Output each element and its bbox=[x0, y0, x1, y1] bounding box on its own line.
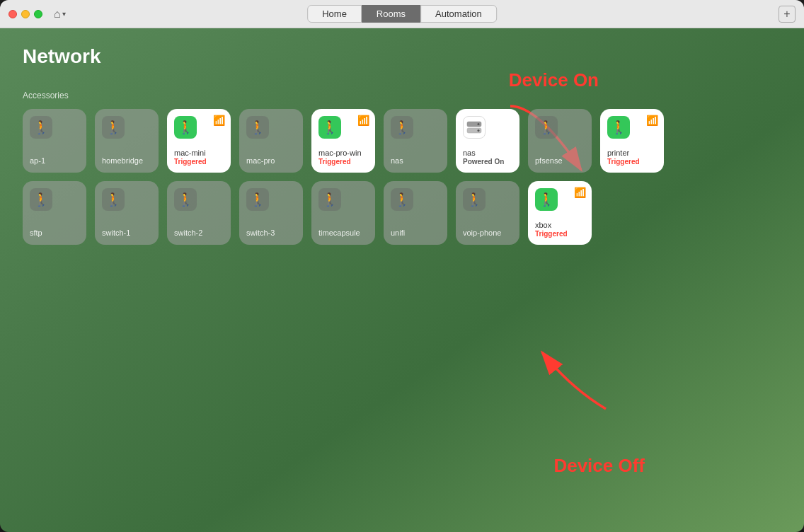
voip-phone-icon: 🚶 bbox=[463, 188, 486, 211]
tab-automation[interactable]: Automation bbox=[420, 5, 497, 23]
sftp-icon: 🚶 bbox=[30, 188, 52, 211]
home-chevron-icon: ▾ bbox=[62, 10, 66, 18]
tile-printer[interactable]: 📶 🚶 printer Triggered bbox=[600, 109, 664, 173]
signal-icon: 📶 bbox=[213, 115, 225, 126]
mac-mini-label: mac-mini bbox=[174, 149, 206, 158]
switch-2-label: switch-2 bbox=[174, 229, 202, 238]
ap-1-icon: 🚶 bbox=[30, 116, 52, 139]
person-icon: 🚶 bbox=[105, 120, 121, 135]
mac-mini-status: Triggered bbox=[174, 158, 207, 166]
timecapsule-label-group: timecapsule bbox=[318, 229, 360, 238]
tile-nas-powered-on[interactable]: nas Powered On bbox=[456, 109, 519, 173]
tab-rooms[interactable]: Rooms bbox=[362, 5, 420, 23]
add-button[interactable]: + bbox=[779, 6, 796, 23]
person-icon: 🚶 bbox=[250, 192, 265, 207]
person-icon: 🚶 bbox=[394, 120, 410, 135]
printer-label-group: printer Triggered bbox=[607, 149, 640, 166]
printer-status: Triggered bbox=[607, 158, 640, 166]
tab-home[interactable]: Home bbox=[307, 5, 362, 23]
accessories-label: Accessories bbox=[23, 91, 781, 100]
nas-powered-icon bbox=[463, 116, 486, 139]
nas-powered-label-group: nas Powered On bbox=[463, 149, 504, 166]
xbox-icon: 🚶 bbox=[535, 188, 558, 211]
voip-phone-label: voip-phone bbox=[463, 229, 501, 238]
switch-3-label-group: switch-3 bbox=[246, 229, 275, 238]
app-window: ⌂ ▾ Home Rooms Automation + Network Devi… bbox=[0, 0, 804, 532]
tile-sftp[interactable]: 🚶 sftp bbox=[23, 181, 86, 245]
nas-powered-label: nas bbox=[463, 149, 476, 158]
tile-unifi[interactable]: 🚶 unifi bbox=[384, 181, 447, 245]
tile-timecapsule[interactable]: 🚶 timecapsule bbox=[311, 181, 375, 245]
switch-3-label: switch-3 bbox=[246, 229, 275, 238]
home-icon-button[interactable]: ⌂ ▾ bbox=[54, 8, 66, 21]
voip-phone-label-group: voip-phone bbox=[463, 229, 501, 238]
minimize-button[interactable] bbox=[21, 10, 30, 18]
content-area: Network Device On Device Off bbox=[0, 28, 804, 532]
unifi-label-group: unifi bbox=[391, 229, 405, 238]
tile-mac-pro-win[interactable]: 📶 🚶 mac-pro-win Triggered bbox=[311, 109, 375, 173]
maximize-button[interactable] bbox=[34, 10, 42, 18]
person-icon: 🚶 bbox=[394, 192, 410, 207]
tile-ap-1[interactable]: 🚶 ap-1 bbox=[23, 109, 86, 173]
switch-1-label-group: switch-1 bbox=[102, 229, 130, 238]
tile-mac-pro[interactable]: 🚶 mac-pro bbox=[239, 109, 303, 173]
ap-1-label: ap-1 bbox=[30, 156, 45, 166]
tile-homebridge[interactable]: 🚶 homebridge bbox=[95, 109, 159, 173]
signal-icon: 📶 bbox=[357, 115, 369, 126]
person-icon: 🚶 bbox=[33, 192, 49, 207]
traffic-lights bbox=[8, 10, 42, 18]
unifi-label: unifi bbox=[391, 229, 405, 238]
switch-2-label-group: switch-2 bbox=[174, 229, 202, 238]
person-icon: 🚶 bbox=[33, 120, 49, 135]
tile-switch-3[interactable]: 🚶 switch-3 bbox=[239, 181, 303, 245]
ap-1-label-group: ap-1 bbox=[30, 156, 45, 166]
room-title: Network bbox=[23, 45, 781, 68]
person-icon: 🚶 bbox=[178, 120, 193, 135]
device-on-label: Device On bbox=[509, 69, 599, 91]
person-icon: 🚶 bbox=[466, 192, 482, 207]
printer-label: printer bbox=[607, 149, 629, 158]
home-icon: ⌂ bbox=[54, 8, 61, 21]
switch-1-icon: 🚶 bbox=[102, 188, 125, 211]
switch-1-label: switch-1 bbox=[102, 229, 130, 238]
homebridge-label-group: homebridge bbox=[102, 156, 143, 166]
tile-voip-phone[interactable]: 🚶 voip-phone bbox=[456, 181, 519, 245]
person-icon: 🚶 bbox=[322, 120, 338, 135]
tile-xbox[interactable]: 📶 🚶 xbox Triggered bbox=[528, 181, 592, 245]
nas-off-icon: 🚶 bbox=[391, 116, 413, 139]
mac-pro-win-status: Triggered bbox=[318, 158, 351, 166]
mac-pro-win-label-group: mac-pro-win Triggered bbox=[318, 149, 362, 166]
nas-off-label: nas bbox=[391, 156, 403, 166]
titlebar: ⌂ ▾ Home Rooms Automation + bbox=[0, 0, 804, 28]
printer-icon: 🚶 bbox=[607, 116, 630, 139]
svg-point-5 bbox=[478, 129, 480, 132]
pfsense-icon: 🚶 bbox=[535, 116, 558, 139]
xbox-status: Triggered bbox=[535, 230, 568, 238]
close-button[interactable] bbox=[8, 10, 17, 18]
person-icon: 🚶 bbox=[611, 120, 626, 135]
arrow-device-off-icon bbox=[528, 345, 613, 419]
unifi-icon: 🚶 bbox=[391, 188, 413, 211]
person-icon: 🚶 bbox=[539, 120, 554, 135]
tile-pfsense[interactable]: 🚶 pfsense bbox=[528, 109, 592, 173]
sftp-label-group: sftp bbox=[30, 229, 42, 238]
nas-off-label-group: nas bbox=[391, 156, 403, 166]
mac-pro-win-label: mac-pro-win bbox=[318, 149, 362, 158]
accessories-row-1: 🚶 ap-1 🚶 homebridge 📶 🚶 bbox=[23, 109, 781, 173]
switch-3-icon: 🚶 bbox=[246, 188, 269, 211]
person-icon: 🚶 bbox=[178, 192, 193, 207]
pfsense-label: pfsense bbox=[535, 156, 563, 166]
mac-pro-icon: 🚶 bbox=[246, 116, 269, 139]
sftp-label: sftp bbox=[30, 229, 42, 238]
timecapsule-icon: 🚶 bbox=[318, 188, 341, 211]
nas-powered-status: Powered On bbox=[463, 158, 504, 166]
tile-switch-2[interactable]: 🚶 switch-2 bbox=[167, 181, 231, 245]
tabs-container: Home Rooms Automation bbox=[307, 5, 497, 23]
xbox-label-group: xbox Triggered bbox=[535, 221, 568, 238]
xbox-label: xbox bbox=[535, 221, 551, 230]
timecapsule-label: timecapsule bbox=[318, 229, 360, 238]
tile-mac-mini[interactable]: 📶 🚶 mac-mini Triggered bbox=[167, 109, 231, 173]
tile-nas-off[interactable]: 🚶 nas bbox=[384, 109, 447, 173]
homebridge-label: homebridge bbox=[102, 156, 143, 166]
tile-switch-1[interactable]: 🚶 switch-1 bbox=[95, 181, 159, 245]
